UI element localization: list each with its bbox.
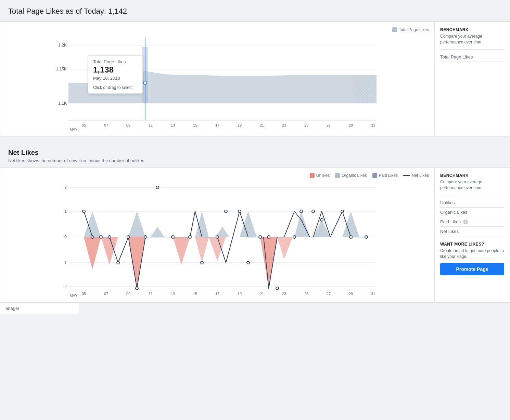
svg-marker-48	[101, 237, 128, 264]
legend-color-unlikes	[310, 173, 315, 178]
svg-text:07: 07	[104, 123, 108, 127]
svg-text:13: 13	[171, 123, 175, 127]
svg-point-57	[100, 236, 102, 238]
tooltip-title: Total Page Likes	[93, 59, 138, 64]
svg-rect-9	[353, 75, 377, 103]
page-wrapper: Total Page Likes as of Today: 1,142 Tota…	[0, 0, 510, 420]
svg-text:29: 29	[349, 292, 353, 296]
svg-text:-2: -2	[63, 284, 67, 289]
svg-text:09: 09	[126, 123, 130, 127]
benchmark-item-net-likes[interactable]: Net Likes	[440, 227, 504, 236]
svg-text:2: 2	[64, 185, 67, 190]
legend-label-net: Net Likes	[412, 173, 429, 178]
svg-point-78	[341, 210, 344, 213]
total-likes-title: Total Page Likes as of Today: 1,142	[8, 7, 502, 16]
want-more-desc: Create an ad to get more people to like …	[440, 248, 504, 260]
svg-point-11	[143, 81, 147, 84]
benchmark-title-1: BENCHMARK	[440, 27, 504, 32]
svg-text:17: 17	[215, 123, 219, 127]
benchmark-desc-2: Compare your average performance over ti…	[440, 179, 504, 191]
svg-point-59	[117, 261, 119, 264]
svg-text:31: 31	[371, 123, 375, 127]
tooltip-action: Click or drag to select	[93, 85, 138, 90]
svg-point-58	[108, 236, 111, 238]
total-likes-header: Total Page Likes as of Today: 1,142	[0, 0, 510, 22]
svg-point-76	[312, 210, 315, 213]
svg-text:0: 0	[64, 235, 67, 239]
tooltip-date: May 10, 2018	[93, 76, 138, 83]
svg-text:21: 21	[260, 292, 264, 296]
want-more-section: WANT MORE LIKES? Create an ad to get mor…	[440, 242, 504, 275]
svg-marker-40	[151, 227, 164, 237]
promote-page-button[interactable]: Promote Page	[440, 263, 504, 275]
legend-label-paid: Paid Likes	[379, 173, 398, 178]
svg-text:21: 21	[260, 123, 264, 127]
paid-likes-info-icon[interactable]: i	[463, 220, 468, 224]
legend-item-unlikes: Unlikes	[310, 173, 330, 178]
svg-text:05: 05	[82, 123, 86, 127]
svg-point-71	[259, 236, 262, 238]
svg-text:19: 19	[238, 123, 242, 127]
chart-svg-1: 1.2K 1.15K 1.1K	[6, 35, 429, 131]
svg-text:09: 09	[126, 292, 130, 296]
svg-marker-43	[240, 211, 257, 237]
svg-point-73	[276, 287, 279, 290]
chart-legend-1: Total Page Likes	[6, 27, 429, 32]
benchmark-item-paid-likes[interactable]: Paid Likes i	[440, 217, 504, 227]
svg-text:27: 27	[327, 292, 331, 296]
legend-color-organic	[335, 173, 340, 178]
legend-label-unlikes: Unlikes	[316, 173, 330, 178]
svg-marker-41	[195, 211, 209, 237]
svg-marker-46	[342, 211, 359, 237]
chart-area-1[interactable]: 1.2K 1.15K 1.1K	[6, 35, 429, 131]
manager-bar: anager	[0, 303, 79, 314]
legend-color-total	[392, 27, 397, 32]
svg-point-55	[82, 210, 85, 213]
svg-point-61	[136, 287, 138, 290]
svg-text:19: 19	[238, 292, 242, 296]
benchmark-item-unlikes[interactable]: Unlikes	[440, 198, 504, 208]
svg-marker-52	[209, 237, 226, 261]
benchmark-divider-1	[440, 49, 504, 50]
svg-point-62	[144, 236, 147, 238]
benchmark-item-organic-likes[interactable]: Organic Likes	[440, 208, 504, 217]
net-likes-svg: 2 1 0 -1 -2	[6, 181, 429, 297]
svg-point-74	[293, 236, 296, 238]
legend-item-paid: Paid Likes	[372, 173, 398, 178]
svg-marker-38	[84, 211, 101, 237]
svg-point-60	[127, 236, 130, 238]
svg-marker-51	[195, 237, 209, 263]
benchmark-item-total-page-likes[interactable]: Total Page Likes	[440, 52, 504, 62]
svg-text:17: 17	[215, 292, 219, 296]
tooltip-value: 1,138	[93, 65, 138, 75]
svg-marker-54	[277, 237, 293, 259]
net-likes-section-header: Net Likes Net likes shows the number of …	[0, 142, 510, 167]
legend-color-paid	[372, 173, 377, 178]
net-likes-desc: Net likes shows the number of new likes …	[8, 158, 502, 163]
svg-marker-39	[128, 211, 145, 237]
legend-color-net	[403, 175, 410, 176]
svg-point-70	[247, 261, 250, 264]
svg-marker-50	[173, 237, 195, 264]
svg-point-68	[225, 210, 227, 213]
legend-item-net: Net Likes	[403, 173, 429, 178]
benchmark-desc-1: Compare your average performance over ti…	[440, 34, 504, 45]
svg-marker-44	[294, 211, 310, 237]
svg-point-67	[216, 236, 219, 238]
paid-likes-label: Paid Likes	[440, 219, 461, 224]
svg-text:1.15K: 1.15K	[56, 67, 67, 71]
svg-text:31: 31	[371, 292, 375, 296]
chart-section-2: Unlikes Organic Likes Paid Likes Net Lik…	[0, 167, 510, 303]
svg-text:07: 07	[104, 292, 108, 296]
svg-point-75	[300, 210, 303, 213]
net-likes-chart-area[interactable]: 2 1 0 -1 -2	[6, 181, 429, 297]
svg-point-65	[189, 236, 191, 238]
svg-text:23: 23	[282, 123, 286, 127]
chart-section-1: Total Page Likes 1.2K 1.15K 1.1K	[0, 22, 510, 136]
chart-legend-2: Unlikes Organic Likes Paid Likes Net Lik…	[6, 173, 429, 178]
net-likes-title: Net Likes	[8, 149, 502, 157]
svg-text:29: 29	[349, 123, 353, 127]
svg-point-72	[267, 236, 270, 238]
svg-point-56	[91, 236, 94, 238]
svg-text:15: 15	[193, 292, 197, 296]
